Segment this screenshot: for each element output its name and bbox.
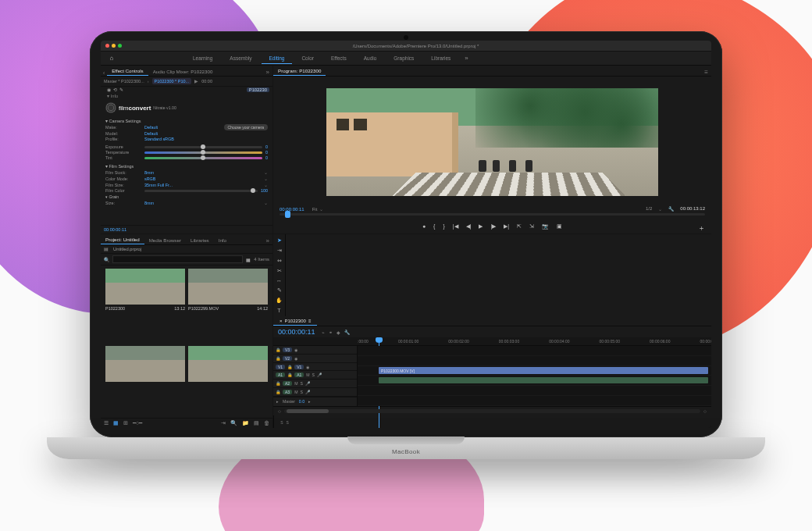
search-icon[interactable]: 🔍 [104, 257, 109, 262]
panel-nav-left-icon[interactable]: ‹ [101, 70, 107, 76]
hand-tool-icon[interactable]: ✋ [276, 298, 283, 304]
tint-slider[interactable] [144, 157, 262, 159]
film-stock-value[interactable]: 8mm [144, 170, 154, 175]
zoom-out-icon[interactable]: ○ [278, 408, 281, 414]
filter-bin-icon[interactable]: ▦ [246, 257, 251, 262]
workspace-tab-audio[interactable]: Audio [356, 53, 385, 64]
exposure-value[interactable]: 0 [265, 144, 268, 149]
clear-icon[interactable]: 🗑 [264, 420, 269, 426]
track-header-v1[interactable]: V1🔒V1◉ [273, 363, 357, 372]
ripple-edit-tool-icon[interactable]: ⇔ [277, 258, 282, 264]
comparison-view-icon[interactable]: ▣ [557, 223, 562, 230]
track-header-v2[interactable]: 🔒V2◉ [273, 355, 357, 363]
home-icon[interactable]: ⌂ [101, 55, 123, 62]
track-header-a3[interactable]: 🔒A3MS🎤 [273, 388, 357, 397]
workspace-tab-effects[interactable]: Effects [323, 53, 354, 64]
color-mode-value[interactable]: sRGB [144, 176, 155, 181]
sequence-tab[interactable]: × P1022300 ≡ [273, 317, 317, 326]
pen-tool-icon[interactable]: ✎ [277, 287, 282, 294]
workspace-overflow-icon[interactable]: » [458, 55, 474, 62]
clip-thumbnail[interactable]: P1022299.MOV14:12 [188, 269, 268, 343]
chevron-down-icon[interactable]: ⌄ [319, 206, 323, 212]
panel-menu-icon[interactable]: ≡ [701, 69, 711, 76]
film-color-slider[interactable] [144, 190, 258, 192]
zoom-slider[interactable]: ━○━ [133, 420, 142, 426]
loop-icon[interactable]: ⟲ [113, 87, 117, 92]
selection-tool-icon[interactable]: ➤ [277, 237, 282, 244]
track-header-v3[interactable]: 🔒V3◉ [273, 346, 357, 355]
workspace-tab-libraries[interactable]: Libraries [423, 53, 458, 64]
list-view-icon[interactable]: ☰ [104, 420, 109, 426]
panel-overflow-icon[interactable]: » [263, 69, 272, 76]
chevron-down-icon[interactable]: ⌄ [264, 182, 268, 187]
resolution-dropdown[interactable]: 1/2 [646, 206, 652, 212]
model-value[interactable]: Default [144, 131, 158, 136]
exposure-slider[interactable] [144, 146, 262, 148]
timeline-zoom-scrollbar[interactable] [284, 409, 700, 413]
workspace-tab-color[interactable]: Color [294, 53, 322, 64]
workspace-tab-editing[interactable]: Editing [262, 53, 293, 64]
track-header-a2[interactable]: 🔒A2MS🎤 [273, 380, 357, 388]
clip-thumbnail[interactable] [188, 346, 268, 415]
freeform-view-icon[interactable]: ⊞ [123, 420, 128, 426]
camera-settings-header[interactable]: ▾ Camera Settings [105, 119, 268, 123]
tab-project[interactable]: Project: Untitled [101, 235, 144, 244]
project-search-input[interactable] [112, 255, 243, 263]
razor-tool-icon[interactable]: ✂ [277, 268, 282, 274]
step-forward-icon[interactable]: |▶ [490, 223, 496, 230]
go-to-out-icon[interactable]: ▶| [504, 223, 509, 230]
tint-value[interactable]: 0 [265, 155, 268, 160]
panel-overflow-icon[interactable]: » [263, 237, 272, 244]
clip-thumbnail[interactable]: P102230013:12 [105, 269, 185, 343]
type-tool-icon[interactable]: T [277, 308, 280, 313]
temperature-slider[interactable] [144, 151, 262, 154]
eye-icon[interactable]: ◉ [107, 87, 111, 92]
track-lanes[interactable]: P1022300.MOV [V] [358, 346, 711, 406]
choose-camera-button[interactable]: Choose your camera [224, 124, 268, 130]
track-header-a1[interactable]: A1🔒A1MS🎤 [273, 371, 357, 380]
go-to-in-icon[interactable]: |◀ [453, 223, 458, 230]
timeline-timecode[interactable]: 00:00:00:11 [278, 328, 315, 336]
program-current-timecode[interactable]: 00:00:00:11 [280, 207, 304, 212]
program-scrub-bar[interactable] [273, 213, 711, 221]
tab-info[interactable]: Info [214, 236, 231, 244]
chevron-down-icon[interactable]: ⌄ [658, 206, 662, 212]
wrench-icon[interactable]: 🔧 [668, 206, 674, 212]
linked-selection-icon[interactable]: ⚭ [329, 330, 333, 335]
grain-size-value[interactable]: 8mm [144, 201, 154, 205]
audio-clip[interactable] [379, 377, 708, 383]
ec-footer-timecode[interactable]: 00:00:00:11 [104, 227, 126, 232]
video-clip[interactable]: P1022300.MOV [V] [379, 367, 708, 375]
solo-left[interactable]: S [280, 420, 283, 425]
chevron-down-icon[interactable]: ⌄ [264, 176, 268, 181]
film-size-value[interactable]: 35mm Full Fr... [144, 183, 173, 187]
effect-node-toggle[interactable]: ▾ Info [101, 93, 272, 99]
mark-in-icon[interactable]: { [433, 223, 435, 230]
tab-effect-controls[interactable]: Effect Controls [107, 66, 148, 76]
track-select-tool-icon[interactable]: ⇥ [277, 248, 282, 254]
icon-view-icon[interactable]: ▦ [113, 420, 119, 426]
extract-icon[interactable]: ⇲ [529, 223, 534, 230]
add-marker-icon[interactable]: ● [422, 223, 426, 230]
make-value[interactable]: Default [144, 125, 158, 130]
new-bin-icon[interactable]: 📁 [242, 420, 249, 426]
tab-media-browser[interactable]: Media Browser [144, 236, 186, 244]
tab-audio-clip-mixer[interactable]: Audio Clip Mixer: P1022300 [148, 67, 218, 76]
zoom-in-icon[interactable]: ○ [703, 408, 707, 414]
ec-header-play-icon[interactable]: ▶ [194, 79, 198, 84]
timeline-ruler[interactable]: :00:00 00:00:01:00 00:00:02:00 00:00:03:… [273, 337, 711, 346]
find-icon[interactable]: 🔍 [230, 420, 237, 426]
automate-to-sequence-icon[interactable]: ⇥ [221, 420, 226, 426]
step-back-icon[interactable]: ◀| [466, 223, 472, 230]
tab-libraries[interactable]: Libraries [186, 236, 214, 244]
solo-right[interactable]: S [287, 420, 289, 425]
tab-program[interactable]: Program: P1022300 [273, 66, 326, 76]
mark-out-icon[interactable]: } [443, 223, 444, 230]
lift-icon[interactable]: ⇱ [517, 223, 522, 230]
play-icon[interactable]: ▶ [479, 223, 483, 230]
chevron-down-icon[interactable]: ⌄ [264, 169, 268, 175]
button-editor-icon[interactable]: ＋ [698, 223, 705, 233]
ec-clip-label[interactable]: P1022300 * P10... [152, 78, 192, 84]
temperature-value[interactable]: 0 [265, 150, 268, 155]
export-frame-icon[interactable]: 📷 [542, 223, 549, 230]
